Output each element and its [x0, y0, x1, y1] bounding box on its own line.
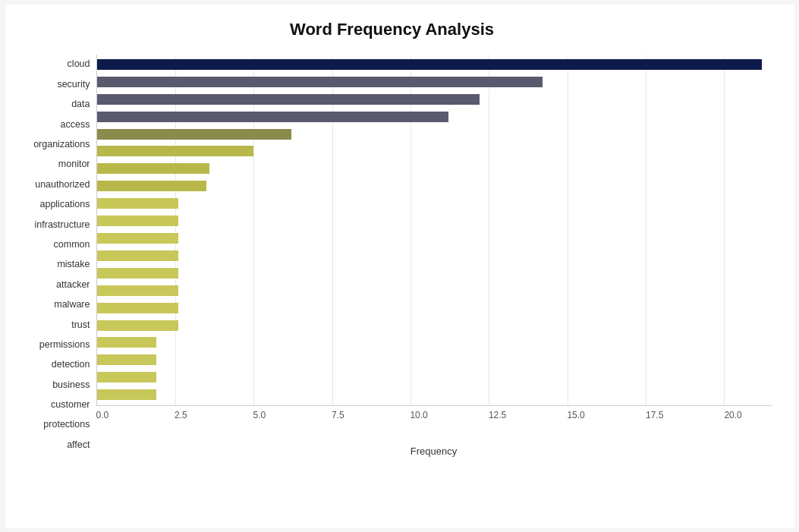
- y-label: monitor: [58, 159, 90, 169]
- bar-row: [97, 282, 772, 299]
- bar: [97, 216, 178, 226]
- bar: [97, 198, 178, 209]
- bar: [97, 94, 480, 105]
- bar: [97, 303, 178, 313]
- bars-wrapper: [96, 55, 772, 406]
- bar-row: [97, 386, 772, 404]
- chart-area: cloudsecuritydataaccessorganizationsmoni…: [13, 55, 772, 457]
- bar: [97, 389, 157, 400]
- bar-row: [97, 369, 772, 386]
- bar-row: [97, 195, 772, 212]
- bar: [97, 77, 543, 87]
- bar: [97, 354, 157, 365]
- bar-row: [97, 230, 772, 247]
- y-label: detection: [52, 360, 90, 370]
- x-axis: 0.02.55.07.510.012.515.017.520.0: [96, 406, 772, 429]
- y-label: malware: [54, 300, 90, 310]
- bar-row: [97, 90, 772, 108]
- chart-container: Word Frequency Analysis cloudsecuritydat…: [5, 5, 794, 528]
- y-label: infrastructure: [35, 220, 90, 230]
- bar-row: [97, 56, 772, 74]
- bar: [97, 337, 157, 348]
- y-labels: cloudsecuritydataaccessorganizationsmoni…: [13, 55, 96, 457]
- bar: [97, 372, 157, 382]
- bar-row: [97, 212, 772, 230]
- y-label: common: [54, 240, 90, 250]
- x-axis-label: Frequency: [96, 445, 772, 457]
- y-label: customer: [51, 400, 90, 410]
- bar-row: [97, 125, 772, 143]
- y-label: cloud: [68, 59, 90, 69]
- bar-row: [97, 178, 772, 195]
- y-label: unauthorized: [35, 180, 90, 190]
- bar-row: [97, 299, 772, 316]
- bar: [97, 233, 178, 244]
- y-label: organizations: [33, 140, 90, 150]
- bar-row: [97, 316, 772, 334]
- bars-inner: [97, 55, 772, 405]
- bars-and-xaxis: 0.02.55.07.510.012.515.017.520.0 Frequen…: [96, 55, 772, 457]
- y-label: permissions: [39, 340, 90, 350]
- bar: [97, 129, 291, 140]
- y-label: attacker: [56, 280, 90, 290]
- bar: [97, 112, 448, 122]
- y-label: mistake: [57, 260, 90, 269]
- bar: [97, 181, 207, 191]
- bar: [97, 163, 210, 174]
- y-label: access: [61, 120, 90, 130]
- bar: [97, 268, 178, 279]
- bar-row: [97, 247, 772, 264]
- chart-title: Word Frequency Analysis: [13, 20, 772, 39]
- bar: [97, 320, 178, 331]
- bar: [97, 59, 763, 70]
- bar: [97, 250, 178, 261]
- bar-row: [97, 73, 772, 90]
- bar-row: [97, 334, 772, 351]
- bar: [97, 146, 254, 156]
- y-label: trust: [71, 320, 90, 330]
- bar-row: [97, 351, 772, 369]
- bar-row: [97, 160, 772, 178]
- y-label: protections: [43, 420, 90, 430]
- bar: [97, 285, 178, 296]
- y-label: data: [71, 99, 90, 109]
- bar-row: [97, 143, 772, 160]
- y-label: security: [57, 80, 90, 90]
- y-label: applications: [39, 200, 90, 209]
- bar-row: [97, 264, 772, 282]
- y-label: affect: [67, 440, 90, 450]
- y-label: business: [52, 380, 90, 390]
- bar-row: [97, 108, 772, 125]
